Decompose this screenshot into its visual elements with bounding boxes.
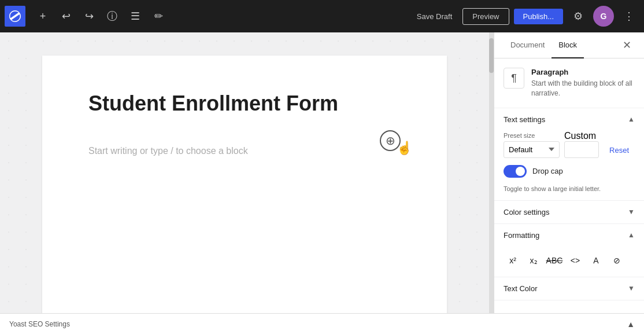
add-block-button[interactable]: +	[32, 6, 53, 27]
close-sidebar-button[interactable]: ✕	[619, 37, 635, 53]
chevron-up-icon-formatting: ▲	[628, 231, 635, 239]
scrollbar-thumb	[489, 38, 494, 73]
main-toolbar: + ↩ ↪ ⓘ ☰ ✏ Save Draft Preview Publish..…	[0, 0, 644, 32]
inline-code-button[interactable]: <>	[566, 251, 584, 270]
reset-size-button[interactable]: Reset	[604, 142, 635, 158]
drop-cap-row: Drop cap	[494, 165, 644, 185]
list-icon: ☰	[131, 10, 140, 23]
clear-formatting-button[interactable]: ⊘	[608, 251, 626, 270]
block-name: Paragraph	[531, 68, 635, 76]
formatting-icons: x² x₂ ABC <> A ⊘	[494, 247, 644, 277]
superscript-button[interactable]: x²	[504, 251, 522, 270]
bottom-bar-label: Yoast SEO Settings	[9, 320, 70, 328]
code-icon: <>	[571, 256, 580, 265]
text-color-section[interactable]: Text Color ▼	[494, 277, 644, 300]
keyboard-icon: A	[593, 256, 598, 265]
toolbar-right: Save Draft Preview Publish... ⚙ G ⋮	[411, 6, 639, 27]
tab-block[interactable]: Block	[552, 32, 584, 58]
undo-icon: ↩	[62, 10, 71, 23]
settings-button[interactable]: ⚙	[568, 6, 589, 27]
redo-icon: ↪	[85, 10, 94, 23]
custom-size-input[interactable]	[564, 141, 599, 158]
sidebar-tabs: Document Block ✕	[494, 32, 644, 58]
preset-size-col: Preset size Default Small Medium Large E…	[504, 132, 560, 158]
custom-size-col: Custom	[564, 131, 599, 158]
block-info-text: Paragraph Start with the building block …	[531, 68, 635, 98]
more-options-button[interactable]: ⋮	[619, 6, 639, 27]
sidebar-content: ¶ Paragraph Start with the building bloc…	[494, 58, 644, 313]
text-color-label: Text Color	[504, 284, 538, 293]
strikethrough-icon: ABC	[546, 256, 563, 265]
chevron-down-icon: ▼	[628, 208, 635, 216]
text-settings-section: Text settings ▲ Preset size Default Smal…	[494, 108, 644, 201]
color-settings-section[interactable]: Color settings ▼	[494, 201, 644, 224]
paragraph-block-icon: ¶	[504, 68, 524, 89]
main-content: Student Enrollment Form Start writing or…	[0, 32, 644, 313]
preview-button[interactable]: Preview	[462, 8, 509, 25]
preset-size-label: Preset size	[504, 132, 560, 139]
custom-size-label: Custom	[564, 131, 596, 141]
drop-cap-toggle[interactable]	[504, 165, 527, 178]
preset-size-select[interactable]: Default Small Medium Large Extra Large	[504, 141, 560, 158]
info-icon: ⓘ	[107, 9, 117, 23]
editor-canvas: Student Enrollment Form Start writing or…	[42, 56, 447, 313]
subscript-icon: x₂	[530, 256, 538, 265]
info-button[interactable]: ⓘ	[102, 6, 123, 27]
color-settings-label: Color settings	[504, 208, 549, 216]
sidebar: Document Block ✕ ¶ Paragraph Start with …	[494, 32, 644, 313]
block-placeholder[interactable]: Start writing or type / to choose a bloc…	[88, 141, 248, 161]
drop-cap-description: Toggle to show a large initial letter.	[494, 185, 644, 200]
publish-button[interactable]: Publish...	[514, 9, 563, 24]
avatar-letter: G	[601, 12, 607, 21]
text-settings-label: Text settings	[504, 115, 545, 124]
drop-cap-label: Drop cap	[532, 167, 563, 175]
list-view-button[interactable]: ☰	[125, 6, 146, 27]
text-settings-header[interactable]: Text settings ▲	[494, 108, 644, 131]
wp-logo[interactable]	[5, 6, 25, 27]
tools-button[interactable]: ✏	[148, 6, 169, 27]
bottom-bar[interactable]: Yoast SEO Settings ▲	[0, 313, 644, 334]
plus-icon: +	[40, 10, 46, 23]
close-icon: ✕	[623, 39, 631, 52]
formatting-section: Formatting ▲ x² x₂ ABC <>	[494, 224, 644, 277]
user-avatar[interactable]: G	[593, 6, 614, 27]
pencil-icon: ✏	[154, 10, 163, 23]
bottom-chevron-icon: ▲	[627, 320, 635, 329]
block-info: ¶ Paragraph Start with the building bloc…	[494, 58, 644, 108]
subscript-button[interactable]: x₂	[524, 251, 543, 270]
formatting-header[interactable]: Formatting ▲	[494, 224, 644, 247]
strikethrough-button[interactable]: ABC	[545, 251, 564, 270]
preset-custom-row: Preset size Default Small Medium Large E…	[494, 131, 644, 165]
post-title[interactable]: Student Enrollment Form	[88, 90, 401, 118]
chevron-down-icon-textcolor: ▼	[628, 284, 635, 292]
chevron-up-icon: ▲	[628, 115, 635, 123]
tab-document[interactable]: Document	[504, 32, 552, 58]
clear-icon: ⊘	[613, 256, 620, 265]
pilcrow-icon: ¶	[511, 72, 517, 85]
formatting-label: Formatting	[504, 231, 539, 240]
block-description: Start with the building block of all nar…	[531, 79, 635, 98]
undo-button[interactable]: ↩	[55, 6, 76, 27]
keyboard-button[interactable]: A	[587, 251, 605, 270]
ellipsis-icon: ⋮	[624, 10, 634, 23]
save-draft-button[interactable]: Save Draft	[411, 9, 458, 24]
superscript-icon: x²	[509, 256, 516, 265]
redo-button[interactable]: ↪	[79, 6, 99, 27]
gear-icon: ⚙	[573, 10, 583, 23]
scrollbar[interactable]	[489, 32, 494, 313]
add-circle-icon: ⊕	[386, 134, 395, 148]
editor-area[interactable]: Student Enrollment Form Start writing or…	[0, 32, 489, 313]
add-block-inline-button[interactable]: ⊕	[380, 130, 401, 151]
